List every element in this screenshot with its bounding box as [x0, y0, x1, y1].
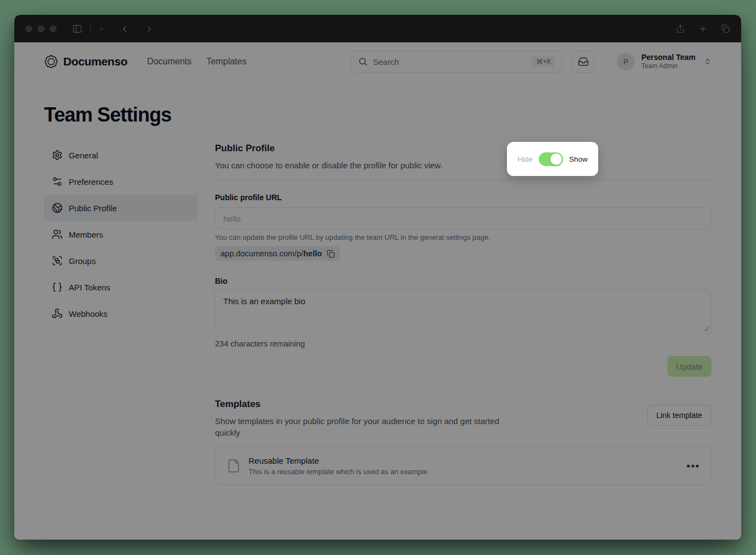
sidebar-toggle-icon[interactable]: [72, 24, 82, 34]
close-window-button[interactable]: [25, 25, 32, 32]
minimize-window-button[interactable]: [37, 25, 45, 32]
tab-overview-icon[interactable]: [721, 24, 730, 34]
titlebar-separator: [90, 24, 91, 34]
toggle-hide-label: Hide: [517, 155, 533, 163]
titlebar: [14, 15, 741, 42]
back-icon[interactable]: [120, 24, 129, 34]
dim-overlay: [14, 42, 741, 540]
chevron-down-icon[interactable]: [98, 26, 104, 32]
app-content: Documenso Documents Templates ⌘+K P Pers…: [14, 42, 741, 540]
toggle-knob: [550, 153, 562, 165]
forward-icon[interactable]: [145, 24, 154, 34]
traffic-lights: [25, 25, 57, 32]
browser-window: Documenso Documents Templates ⌘+K P Pers…: [14, 15, 741, 540]
toggle-show-label: Show: [569, 155, 588, 163]
profile-visibility-toggle[interactable]: [539, 152, 563, 166]
zoom-window-button[interactable]: [49, 25, 57, 32]
share-icon[interactable]: [676, 24, 685, 34]
new-tab-icon[interactable]: [698, 24, 708, 34]
profile-visibility-spotlight: Hide Show: [507, 142, 598, 176]
